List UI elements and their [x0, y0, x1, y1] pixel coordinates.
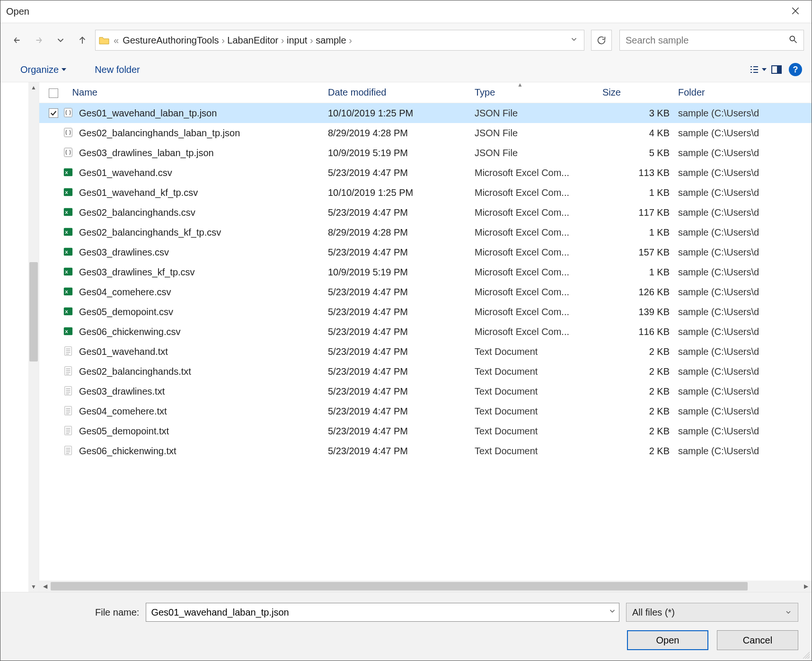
- horizontal-scrollbar[interactable]: ◀ ▶: [39, 581, 812, 592]
- file-row[interactable]: Ges02_balancinghands_laban_tp.json8/29/2…: [39, 123, 812, 143]
- address-dropdown-button[interactable]: [567, 35, 581, 46]
- name-cell: XGes01_wavehand_kf_tp.csv: [49, 187, 328, 198]
- file-row[interactable]: XGes06_chickenwing.csv5/23/2019 4:47 PMM…: [39, 322, 812, 342]
- file-row[interactable]: Ges01_wavehand_laban_tp.json10/10/2019 1…: [39, 103, 812, 123]
- nav-row: « GestureAuthoringTools › LabanEditor › …: [0, 23, 812, 57]
- filename-combo: [146, 603, 619, 622]
- name-cell: Ges01_wavehand.txt: [49, 346, 328, 357]
- hscroll-thumb[interactable]: [51, 582, 748, 590]
- svg-rect-3: [64, 108, 72, 117]
- file-name: Ges03_drawlines_kf_tp.csv: [79, 267, 195, 278]
- address-bar[interactable]: « GestureAuthoringTools › LabanEditor › …: [95, 30, 584, 51]
- new-folder-button[interactable]: New folder: [90, 62, 145, 78]
- file-row[interactable]: Ges05_demopoint.txt5/23/2019 4:47 PMText…: [39, 421, 812, 441]
- size-cell: 2 KB: [602, 446, 678, 457]
- file-row[interactable]: XGes01_wavehand.csv5/23/2019 4:47 PMMicr…: [39, 163, 812, 183]
- search-box[interactable]: [619, 30, 804, 51]
- file-type-icon: X: [63, 187, 74, 198]
- recent-locations-button[interactable]: [52, 31, 70, 49]
- folder-cell: sample (C:\Users\d: [678, 326, 806, 337]
- svg-rect-2: [777, 66, 781, 73]
- file-row[interactable]: Ges03_drawlines_laban_tp.json10/9/2019 5…: [39, 143, 812, 163]
- svg-text:X: X: [65, 270, 69, 274]
- file-row[interactable]: XGes05_demopoint.csv5/23/2019 4:47 PMMic…: [39, 302, 812, 322]
- help-button[interactable]: ?: [789, 63, 802, 76]
- type-cell: Microsoft Excel Com...: [475, 326, 602, 337]
- file-row[interactable]: Ges01_wavehand.txt5/23/2019 4:47 PMText …: [39, 342, 812, 361]
- file-type-icon: X: [63, 326, 74, 337]
- file-type-icon: X: [63, 207, 74, 218]
- filename-dropdown-button[interactable]: [608, 607, 617, 618]
- size-cell: 113 KB: [602, 167, 678, 178]
- size-cell: 139 KB: [602, 307, 678, 317]
- file-row[interactable]: Ges03_drawlines.txt5/23/2019 4:47 PMText…: [39, 381, 812, 401]
- window-title: Open: [6, 6, 29, 17]
- search-button[interactable]: [788, 35, 798, 46]
- scroll-thumb[interactable]: [29, 262, 38, 361]
- file-row[interactable]: XGes03_drawlines.csv5/23/2019 4:47 PMMic…: [39, 242, 812, 262]
- file-name: Ges01_wavehand.txt: [79, 346, 168, 357]
- breadcrumb-item[interactable]: LabanEditor: [227, 35, 278, 45]
- type-cell: JSON File: [475, 108, 602, 119]
- file-row[interactable]: XGes01_wavehand_kf_tp.csv10/10/2019 1:25…: [39, 183, 812, 203]
- organize-button[interactable]: Organize: [16, 62, 71, 78]
- file-row[interactable]: Ges06_chickenwing.txt5/23/2019 4:47 PMTe…: [39, 441, 812, 461]
- svg-text:X: X: [65, 250, 69, 255]
- file-row[interactable]: XGes03_drawlines_kf_tp.csv10/9/2019 5:19…: [39, 262, 812, 282]
- date-cell: 10/10/2019 1:25 PM: [328, 108, 475, 119]
- column-size[interactable]: Size: [602, 87, 678, 98]
- close-button[interactable]: [785, 1, 806, 22]
- file-row[interactable]: Ges02_balancinghands.txt5/23/2019 4:47 P…: [39, 361, 812, 381]
- hscroll-track[interactable]: [51, 581, 800, 592]
- date-cell: 5/23/2019 4:47 PM: [328, 207, 475, 218]
- column-type[interactable]: Type: [475, 87, 602, 98]
- folder-cell: sample (C:\Users\d: [678, 346, 806, 357]
- column-name[interactable]: Name: [49, 87, 328, 98]
- column-folder[interactable]: Folder: [678, 87, 806, 98]
- date-cell: 5/23/2019 4:47 PM: [328, 426, 475, 437]
- folder-cell: sample (C:\Users\d: [678, 148, 806, 159]
- open-button[interactable]: Open: [627, 630, 708, 650]
- refresh-icon: [596, 35, 607, 45]
- nav-pane[interactable]: ▲ ▼: [0, 82, 39, 592]
- svg-text:X: X: [65, 329, 69, 334]
- folder-cell: sample (C:\Users\d: [678, 267, 806, 278]
- folder-cell: sample (C:\Users\d: [678, 406, 806, 417]
- scroll-left-button[interactable]: ◀: [39, 581, 51, 592]
- file-type-filter[interactable]: All files (*): [626, 603, 798, 622]
- type-cell: Microsoft Excel Com...: [475, 287, 602, 298]
- refresh-button[interactable]: [591, 30, 612, 51]
- view-options-button[interactable]: [748, 61, 767, 78]
- up-button[interactable]: [73, 31, 91, 49]
- filename-input[interactable]: [146, 603, 619, 622]
- row-checkbox[interactable]: [49, 108, 58, 118]
- search-input[interactable]: [626, 35, 788, 46]
- size-cell: 117 KB: [602, 207, 678, 218]
- file-row[interactable]: Ges04_comehere.txt5/23/2019 4:47 PMText …: [39, 401, 812, 421]
- file-row[interactable]: XGes02_balancinghands.csv5/23/2019 4:47 …: [39, 203, 812, 222]
- resize-grip-icon[interactable]: [803, 652, 810, 659]
- column-date[interactable]: Date modified: [328, 87, 475, 98]
- file-pane: Name Date modified Type Size Folder ▲ Ge…: [39, 82, 812, 592]
- svg-text:X: X: [65, 210, 69, 215]
- forward-button[interactable]: [30, 31, 48, 49]
- breadcrumb-item[interactable]: input: [287, 35, 307, 45]
- file-row[interactable]: XGes02_balancinghands_kf_tp.csv8/29/2019…: [39, 222, 812, 242]
- file-name: Ges06_chickenwing.csv: [79, 326, 181, 337]
- nav-scrollbar[interactable]: ▲ ▼: [28, 82, 39, 592]
- back-button[interactable]: [8, 31, 26, 49]
- cancel-button[interactable]: Cancel: [717, 630, 798, 650]
- date-cell: 5/23/2019 4:47 PM: [328, 307, 475, 317]
- chevron-right-icon: ›: [278, 35, 287, 45]
- preview-pane-button[interactable]: [767, 61, 786, 78]
- breadcrumb-item[interactable]: GestureAuthoringTools: [123, 35, 219, 45]
- name-cell: XGes06_chickenwing.csv: [49, 326, 328, 337]
- scroll-down-button[interactable]: ▼: [28, 582, 39, 592]
- date-cell: 5/23/2019 4:47 PM: [328, 446, 475, 457]
- select-all-checkbox[interactable]: [49, 88, 58, 98]
- breadcrumb-item[interactable]: sample: [316, 35, 346, 45]
- size-cell: 2 KB: [602, 386, 678, 397]
- scroll-right-button[interactable]: ▶: [800, 581, 812, 592]
- file-row[interactable]: XGes04_comehere.csv5/23/2019 4:47 PMMicr…: [39, 282, 812, 302]
- scroll-up-button[interactable]: ▲: [28, 82, 39, 93]
